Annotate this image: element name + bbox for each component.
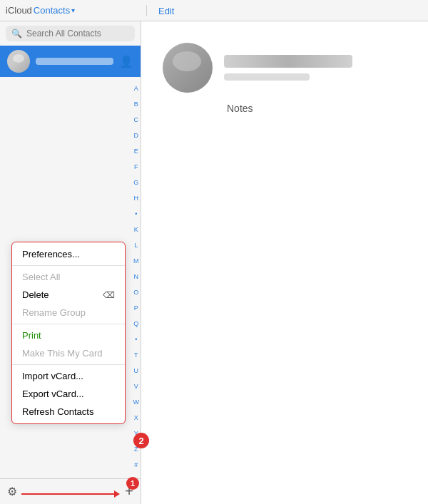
menu-item-export-vcard[interactable]: Export vCard... [12,385,125,403]
alpha-Q[interactable]: Q [133,321,138,327]
alpha-K[interactable]: K [134,227,138,233]
top-bar-left: iCloud Contacts ▾ [6,5,147,16]
menu-separator-2 [12,324,125,324]
person-icon: 👤 [119,55,133,68]
menu-item-print[interactable]: Print [12,326,125,344]
arrow-shaft [21,493,114,495]
alpha-O[interactable]: O [133,289,138,296]
alpha-G[interactable]: G [133,180,138,186]
menu-item-import-vcard[interactable]: Import vCard... [12,367,125,385]
main-layout: 🔍 👤 A B C D E F G H • K L M N O P [0,21,428,504]
badge-1: 1 [126,477,139,490]
alpha-E[interactable]: E [134,148,138,155]
alpha-dot1: • [135,211,137,217]
badge-2-wrapper: 2 [133,433,149,448]
alpha-M[interactable]: M [133,258,139,264]
alpha-N[interactable]: N [134,274,139,280]
menu-item-preferences[interactable]: Preferences... [12,245,125,263]
search-input[interactable] [26,29,129,38]
search-icon: 🔍 [11,29,22,38]
alpha-B[interactable]: B [134,101,138,108]
sidebar: 🔍 👤 A B C D E F G H • K L M N O P [0,21,141,504]
alphabet-index: A B C D E F G H • K L M N O P Q • T U V … [133,86,140,468]
alpha-D[interactable]: D [134,133,139,139]
contact-header [141,43,428,93]
alpha-hash[interactable]: # [134,462,138,468]
alpha-dot2: • [135,336,137,343]
contact-avatar [7,50,30,73]
alpha-U[interactable]: U [134,368,139,374]
content-panel: Notes [141,21,428,504]
alpha-C[interactable]: C [134,117,139,123]
top-bar-right: Edit [147,4,422,17]
menu-item-refresh-contacts[interactable]: Refresh Contacts [12,403,125,421]
gear-icon[interactable]: ⚙ [7,485,17,498]
alpha-W[interactable]: W [133,399,140,406]
search-bar[interactable]: 🔍 [6,26,135,41]
menu-item-delete[interactable]: Delete ⌫ [12,286,125,304]
contact-name-blurred [36,58,113,65]
context-menu: Preferences... Select All Delete ⌫ Renam… [11,242,126,424]
icloud-label: iCloud [6,5,32,16]
top-bar: iCloud Contacts ▾ Edit [0,0,428,21]
alpha-H[interactable]: H [134,195,139,202]
menu-separator-3 [12,364,125,365]
contact-name-area [224,55,352,81]
contact-detail-avatar [163,43,213,93]
alpha-V[interactable]: V [134,384,138,390]
menu-separator-1 [12,265,125,266]
delete-icon: ⌫ [103,290,115,300]
contacts-label: Contacts [34,5,70,16]
menu-item-make-my-card: Make This My Card [12,344,125,362]
menu-item-select-all: Select All [12,268,125,286]
sidebar-bottom: ⚙ + 1 [0,478,141,504]
menu-item-rename-group: Rename Group [12,304,125,322]
add-btn-wrapper: + 1 [125,484,133,499]
arrow-annotation [21,490,120,498]
edit-button[interactable]: Edit [158,6,174,16]
selected-contact-item[interactable]: 👤 [0,46,141,77]
chevron-down-icon[interactable]: ▾ [71,6,75,14]
alpha-A[interactable]: A [134,86,138,92]
contact-name-line2 [224,73,310,81]
alpha-P[interactable]: P [134,305,138,312]
arrow-head [114,490,120,498]
alpha-T[interactable]: T [134,352,138,359]
notes-label: Notes [141,103,253,114]
alpha-F[interactable]: F [134,164,138,170]
alpha-X[interactable]: X [134,415,138,421]
badge-2: 2 [133,433,149,448]
alpha-L[interactable]: L [134,242,138,249]
contact-name-blurred-large [224,55,352,68]
